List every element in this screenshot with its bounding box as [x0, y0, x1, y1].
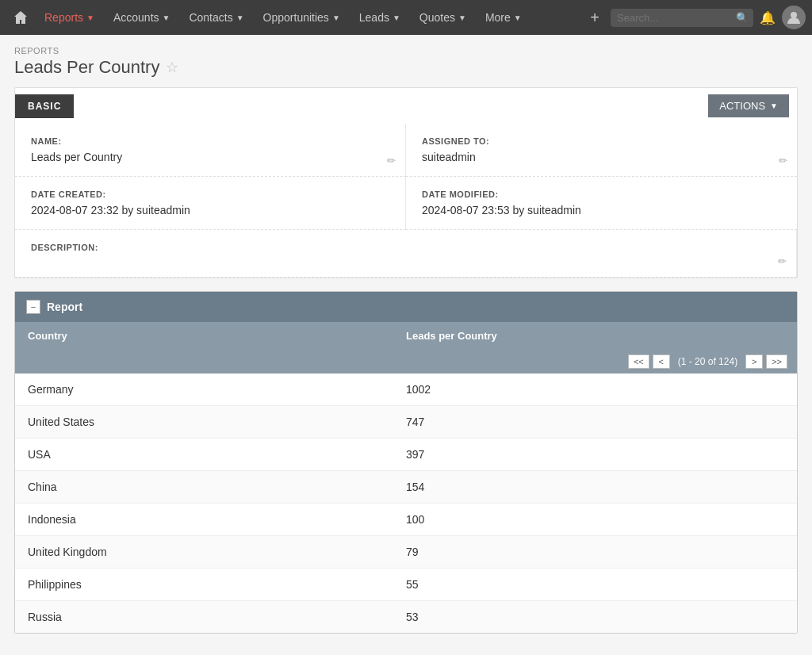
table-header-row: Country Leads per Country — [15, 322, 797, 350]
nav-quotes[interactable]: Quotes ▼ — [410, 0, 476, 35]
count-cell: 747 — [406, 416, 784, 428]
basic-card: BASIC ACTIONS ▼ NAME: Leads per Country … — [14, 87, 798, 278]
quotes-caret-icon: ▼ — [458, 13, 466, 22]
more-caret-icon: ▼ — [514, 13, 522, 22]
basic-tab[interactable]: BASIC — [15, 94, 74, 118]
assigned-value: suiteadmin — [422, 151, 781, 163]
country-cell: Germany — [28, 383, 406, 396]
date-created-field: DATE CREATED: 2024-08-07 23:32 by suitea… — [15, 177, 406, 230]
pagination-row: << < (1 - 20 of 124) > >> — [15, 350, 797, 373]
table-row: Germany 1002 — [15, 373, 797, 406]
table-row: Russia 53 — [15, 601, 797, 633]
contacts-caret-icon: ▼ — [236, 13, 244, 22]
page-title: Leads Per Country — [14, 57, 159, 78]
table-row: Philippines 55 — [15, 569, 797, 601]
country-cell: Indonesia — [28, 513, 406, 526]
country-cell: Russia — [28, 611, 406, 623]
assigned-field: ASSIGNED TO: suiteadmin ✏ — [406, 124, 797, 177]
table-row: USA 397 — [15, 439, 797, 471]
accounts-caret-icon: ▼ — [163, 13, 170, 22]
breadcrumb: REPORTS — [0, 35, 812, 57]
notifications-bell-icon[interactable]: 🔔 — [760, 10, 776, 25]
date-created-label: DATE CREATED: — [31, 190, 389, 199]
page-title-section: Leads Per Country ☆ — [0, 57, 812, 87]
name-edit-icon[interactable]: ✏ — [387, 155, 396, 167]
leads-caret-icon: ▼ — [393, 13, 400, 22]
nav-accounts[interactable]: Accounts ▼ — [104, 0, 180, 35]
svg-point-0 — [791, 12, 797, 18]
table-row: United Kingdom 79 — [15, 536, 797, 569]
count-cell: 100 — [406, 513, 784, 526]
next-page-button[interactable]: > — [745, 354, 763, 369]
first-page-button[interactable]: << — [628, 354, 649, 369]
card-header: BASIC ACTIONS ▼ — [15, 88, 797, 124]
country-cell: United States — [28, 416, 406, 428]
nav-right-section: + 🔍 🔔 — [585, 6, 806, 29]
report-collapse-button[interactable]: − — [26, 300, 40, 314]
nav-more[interactable]: More ▼ — [476, 0, 531, 35]
report-section: − Report Country Leads per Country << < … — [14, 291, 798, 634]
home-button[interactable] — [6, 0, 35, 35]
nav-opportunities[interactable]: Opportunities ▼ — [254, 0, 350, 35]
assigned-edit-icon[interactable]: ✏ — [779, 155, 787, 167]
nav-contacts[interactable]: Contacts ▼ — [179, 0, 253, 35]
date-modified-value: 2024-08-07 23:53 by suiteadmin — [422, 204, 781, 216]
count-cell: 79 — [406, 546, 784, 558]
name-label: NAME: — [31, 136, 389, 146]
count-cell: 53 — [406, 611, 784, 623]
count-cell: 1002 — [406, 383, 784, 396]
country-cell: Philippines — [28, 578, 406, 591]
col-country-header: Country — [28, 330, 406, 342]
fields-grid: NAME: Leads per Country ✏ ASSIGNED TO: s… — [15, 124, 797, 278]
description-edit-icon[interactable]: ✏ — [778, 255, 787, 267]
date-modified-field: DATE MODIFIED: 2024-08-07 23:53 by suite… — [406, 177, 797, 230]
report-header: − Report — [15, 292, 797, 322]
count-cell: 397 — [406, 448, 784, 461]
prev-page-button[interactable]: < — [653, 354, 670, 369]
actions-button[interactable]: ACTIONS ▼ — [708, 94, 789, 117]
opportunities-caret-icon: ▼ — [332, 13, 340, 22]
reports-caret-icon: ▼ — [86, 13, 94, 22]
count-cell: 154 — [406, 481, 784, 493]
country-cell: United Kingdom — [28, 546, 406, 558]
last-page-button[interactable]: >> — [766, 354, 787, 369]
main-content: BASIC ACTIONS ▼ NAME: Leads per Country … — [0, 87, 812, 648]
name-field: NAME: Leads per Country ✏ — [15, 124, 406, 177]
count-cell: 55 — [406, 578, 784, 591]
table-row: Indonesia 100 — [15, 504, 797, 536]
col-leads-header: Leads per Country — [406, 330, 784, 342]
date-modified-label: DATE MODIFIED: — [422, 190, 781, 199]
description-field: DESCRIPTION: ✏ — [15, 230, 797, 278]
description-label: DESCRIPTION: — [31, 243, 780, 252]
date-created-value: 2024-08-07 23:32 by suiteadmin — [31, 204, 389, 216]
table-row: United States 747 — [15, 406, 797, 439]
country-cell: USA — [28, 448, 406, 461]
search-container: 🔍 — [611, 9, 753, 27]
top-navigation: Reports ▼ Accounts ▼ Contacts ▼ Opportun… — [0, 0, 812, 35]
nav-leads[interactable]: Leads ▼ — [350, 0, 410, 35]
search-icon[interactable]: 🔍 — [736, 12, 749, 24]
pagination-info: (1 - 20 of 124) — [673, 356, 742, 367]
favorite-star-icon[interactable]: ☆ — [166, 59, 178, 76]
add-button[interactable]: + — [585, 9, 604, 27]
report-title: Report — [47, 301, 82, 313]
actions-caret-icon: ▼ — [770, 102, 778, 110]
assigned-label: ASSIGNED TO: — [422, 136, 781, 146]
nav-reports[interactable]: Reports ▼ — [35, 0, 104, 35]
user-avatar[interactable] — [782, 6, 806, 29]
country-cell: China — [28, 481, 406, 493]
name-value: Leads per Country — [31, 151, 389, 163]
table-body: Germany 1002 United States 747 USA 397 C… — [15, 373, 797, 633]
search-input[interactable] — [611, 9, 753, 27]
table-row: China 154 — [15, 471, 797, 504]
